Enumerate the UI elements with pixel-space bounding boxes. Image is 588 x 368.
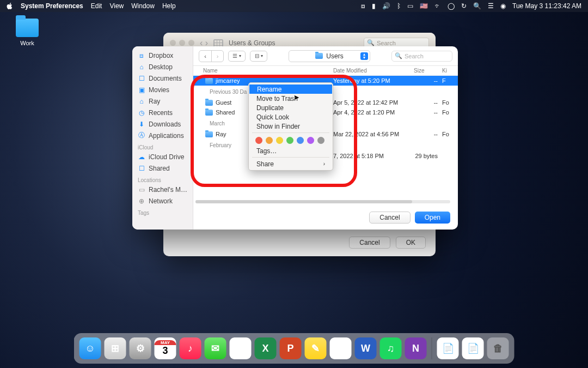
volume-icon[interactable]: 🔊 (382, 2, 390, 10)
col-size[interactable]: Size (414, 66, 442, 75)
pref-cancel-button[interactable]: Cancel (349, 237, 390, 249)
battery-status-icon[interactable]: ▮ (372, 2, 376, 10)
ctx-quick-look[interactable]: Quick Look (249, 112, 333, 122)
menu-window[interactable]: Window (131, 2, 155, 10)
group-by-dropdown[interactable]: ⊟ ▾ (250, 51, 267, 62)
dock-app-onenote[interactable]: N (405, 337, 427, 359)
dialog-search-field[interactable]: 🔍Search (391, 51, 452, 62)
sidebar-item-ray[interactable]: ⌂Ray (132, 95, 193, 107)
laptop-icon: ▭ (138, 186, 145, 194)
sidebar-item-dropbox[interactable]: ⧈Dropbox (132, 50, 193, 61)
horizontal-scrollbar[interactable] (195, 200, 450, 203)
siri-icon[interactable]: ◉ (500, 2, 506, 10)
battery-icon[interactable]: ▭ (407, 2, 413, 10)
tag-color[interactable] (286, 137, 293, 144)
globe-icon: ⊕ (138, 197, 145, 205)
back-icon[interactable]: ‹ (199, 51, 211, 62)
sidebar-item-shared[interactable]: ☐Shared (132, 162, 193, 174)
tag-color[interactable] (317, 137, 324, 144)
dock-extra-trash[interactable]: 🗑 (487, 337, 509, 359)
sidebar-item-rachels-m[interactable]: ▭Rachel's M… (132, 184, 193, 195)
menu-edit[interactable]: Edit (91, 2, 102, 10)
document-icon: ☐ (138, 75, 145, 82)
dialog-open-button[interactable]: Open (415, 212, 450, 224)
location-dropdown[interactable]: Users▴▾ (289, 50, 370, 62)
view-mode-dropdown[interactable]: ☰ ▾ (228, 51, 246, 62)
timemachine-icon[interactable]: ↻ (461, 2, 467, 10)
column-headers[interactable]: Name Date Modified Size Ki (193, 66, 458, 76)
dialog-cancel-button[interactable]: Cancel (369, 212, 410, 224)
dock-app-finder[interactable]: ☺ (79, 337, 101, 359)
col-name[interactable]: Name (193, 66, 333, 75)
folder-icon (205, 100, 213, 106)
clock-icon: ◷ (138, 109, 145, 117)
dock-app-settings[interactable]: ⚙ (130, 337, 151, 359)
ctx-duplicate[interactable]: Duplicate (249, 103, 333, 112)
nav-back-forward[interactable]: ‹› (199, 50, 224, 62)
tag-color[interactable] (307, 137, 314, 144)
window-title: Users & Groups (229, 39, 275, 47)
flag-icon[interactable]: 🇺🇸 (420, 2, 428, 10)
menu-view[interactable]: View (109, 2, 124, 10)
ctx-tag-colors (249, 135, 333, 146)
col-kind[interactable]: Ki (442, 66, 458, 75)
control-center-icon[interactable]: ☰ (488, 2, 494, 10)
window-traffic-lights[interactable] (170, 40, 194, 46)
wifi-icon[interactable]: ᯤ (434, 2, 441, 10)
ctx-rename[interactable]: Rename (249, 85, 332, 94)
ctx-show-in-finder[interactable]: Show in Finder (249, 122, 333, 131)
cloud-icon: ☁ (138, 153, 145, 161)
pref-ok-button[interactable]: OK (396, 237, 426, 249)
download-icon: ⬇ (138, 120, 145, 128)
dock-app-spotify[interactable]: ♫ (380, 337, 402, 359)
sidebar-item-recents[interactable]: ◷Recents (132, 107, 193, 118)
apple-icon[interactable] (7, 3, 13, 9)
sidebar-item-movies[interactable]: ▣Movies (132, 84, 193, 95)
tag-color[interactable] (276, 137, 283, 144)
dock-app-calendar[interactable]: MAY3 (155, 337, 176, 359)
tag-color[interactable] (297, 137, 304, 144)
desktop-folder-work[interactable]: Work (11, 19, 44, 46)
tag-color[interactable] (255, 137, 262, 144)
ctx-share[interactable]: Share› (249, 159, 333, 168)
dock-app-excel[interactable]: X (255, 337, 277, 359)
sidebar-item-downloads[interactable]: ⬇Downloads (132, 118, 193, 130)
forward-icon[interactable]: › (211, 51, 223, 62)
search-icon: 🔍 (367, 39, 375, 46)
dock-app-messages[interactable]: ✉ (205, 337, 226, 359)
dock-app-slack[interactable]: # (330, 337, 352, 359)
sidebar-item-network[interactable]: ⊕Network (132, 195, 193, 207)
separator (252, 157, 329, 158)
user-icon[interactable]: ◯ (448, 2, 455, 10)
dropbox-icon[interactable]: ⧈ (361, 2, 365, 10)
sidebar-item-desktop[interactable]: ⌂Desktop (132, 61, 193, 73)
tag-color[interactable] (266, 137, 273, 144)
sidebar-item-documents[interactable]: ☐Documents (132, 73, 193, 84)
dock-app-music[interactable]: ♪ (180, 337, 201, 359)
dock-extra-doc2[interactable]: 📄 (462, 337, 484, 359)
ctx-move-to-trash[interactable]: Move to Trash (249, 94, 333, 103)
col-modified[interactable]: Date Modified (333, 66, 414, 75)
bluetooth-icon[interactable]: ᛒ (397, 2, 401, 10)
menu-help[interactable]: Help (162, 2, 176, 10)
clock[interactable]: Tue May 3 11:23:42 AM (512, 2, 581, 10)
dock-extra-doc1[interactable]: 📄 (437, 337, 459, 359)
folder-icon (16, 19, 39, 37)
grid-icon[interactable] (213, 39, 223, 47)
dock-app-chrome[interactable]: ◎ (230, 337, 252, 359)
sidebar-item-applications[interactable]: ⒶApplications (132, 130, 193, 141)
spotlight-icon[interactable]: 🔍 (473, 2, 481, 10)
movies-icon: ▣ (138, 86, 145, 94)
dock-app-notes[interactable]: ✎ (305, 337, 327, 359)
app-menu[interactable]: System Preferences (21, 2, 83, 10)
dock-app-word[interactable]: W (355, 337, 377, 359)
home-icon: ⌂ (138, 98, 145, 105)
folder-icon (205, 110, 213, 116)
sidebar-item-icloud-drive[interactable]: ☁iCloud Drive (132, 151, 193, 162)
ctx-tags[interactable]: Tags… (249, 146, 333, 155)
applications-icon: Ⓐ (138, 132, 145, 140)
dock-app-powerpoint[interactable]: P (280, 337, 302, 359)
shared-icon: ☐ (138, 165, 145, 172)
dock-app-launchpad[interactable]: ⊞ (105, 337, 126, 359)
dock: ☺⊞⚙MAY3♪✉◎XP✎#W♫N📄📄🗑 (74, 333, 514, 364)
